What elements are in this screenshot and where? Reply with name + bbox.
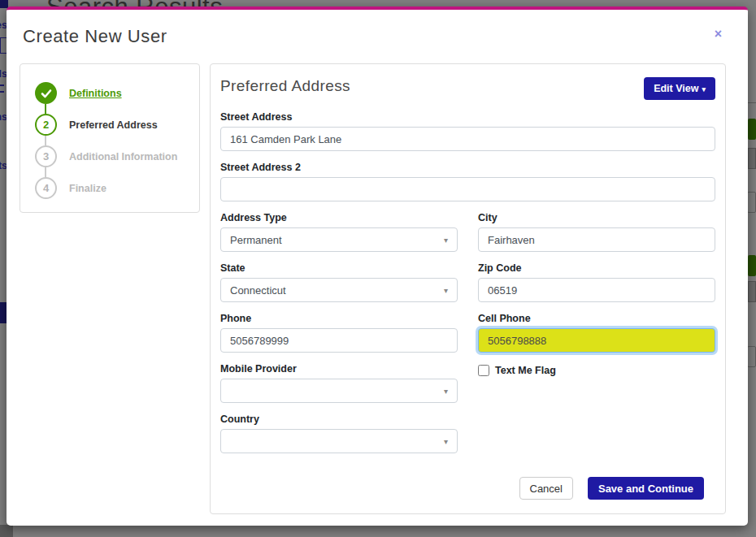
mobile-provider-select[interactable]: ▾ [220,379,458,403]
caret-down-icon: ▾ [444,236,448,245]
step-definitions-label[interactable]: Definitions [69,88,122,99]
text-me-flag-checkbox[interactable] [478,365,489,376]
form-title: Preferred Address [220,77,350,95]
modal-title: Create New User [23,26,748,47]
state-field: State Connecticut ▾ [220,262,458,302]
caret-down-icon: ▾ [444,437,448,446]
address-type-label: Address Type [220,212,458,223]
mobile-provider-textme-row: Mobile Provider ▾ Text Me Flag [220,363,715,403]
zip-code-input[interactable] [478,278,715,302]
phone-input[interactable] [220,328,458,353]
create-new-user-modal: Create New User × Definitions 2 Preferre… [7,6,748,526]
step-complete-check-icon [35,82,57,104]
form-actions: Cancel Save and Continue [220,477,715,500]
state-zip-row: State Connecticut ▾ Zip Code [220,262,715,302]
step-finalize: 4 Finalize [35,177,199,199]
address-type-select[interactable]: Permanent ▾ [220,227,458,252]
cell-phone-label: Cell Phone [478,313,715,324]
state-value: Connecticut [230,284,286,297]
phone-field: Phone [220,313,458,353]
form-header: Preferred Address Edit View▾ [220,77,715,100]
city-field: City [478,212,715,252]
wizard-stepper: Definitions 2 Preferred Address 3 Additi… [20,63,200,213]
caret-down-icon: ▾ [444,387,448,396]
country-label: Country [220,414,458,425]
preferred-address-form: Preferred Address Edit View▾ Street Addr… [210,63,726,514]
edit-view-button[interactable]: Edit View▾ [644,77,715,100]
step-number-badge: 2 [35,114,57,136]
street-address-input[interactable] [220,127,715,151]
edit-view-label: Edit View [654,83,698,94]
cell-phone-field: Cell Phone [478,313,715,353]
zip-code-label: Zip Code [478,262,715,274]
state-label: State [220,262,458,274]
cancel-button[interactable]: Cancel [519,477,573,500]
modal-body: Definitions 2 Preferred Address 3 Additi… [7,63,748,514]
state-select[interactable]: Connecticut ▾ [220,278,458,302]
text-me-flag-label: Text Me Flag [495,365,556,376]
street-address-2-row: Street Address 2 [220,162,715,201]
street-address-row: Street Address [220,111,715,151]
step-additional-information: 3 Additional Information [35,145,199,167]
step-connector [45,136,46,145]
mobile-provider-label: Mobile Provider [220,363,458,375]
save-and-continue-button[interactable]: Save and Continue [588,477,704,500]
city-input[interactable] [478,227,715,252]
step-definitions[interactable]: Definitions [35,82,199,104]
step-connector [45,104,46,114]
step-number-badge: 4 [35,177,57,199]
zip-code-field: Zip Code [478,262,715,302]
mobile-provider-field: Mobile Provider ▾ [220,363,458,403]
phone-cellphone-row: Phone Cell Phone [220,313,715,353]
step-number-badge: 3 [35,145,57,167]
country-select[interactable]: ▾ [220,429,458,453]
text-me-flag-field: Text Me Flag [478,363,715,403]
step-additional-information-label: Additional Information [69,151,177,162]
street-address-label: Street Address [220,111,715,123]
modal-header: Create New User × [7,10,748,63]
phone-label: Phone [220,313,458,324]
step-connector [45,167,46,177]
caret-down-icon: ▾ [702,85,706,93]
city-label: City [478,212,715,223]
step-finalize-label: Finalize [69,183,106,194]
close-icon[interactable]: × [715,28,722,41]
cell-phone-input[interactable] [478,328,715,353]
address-type-city-row: Address Type Permanent ▾ City [220,212,715,252]
caret-down-icon: ▾ [444,286,448,295]
step-preferred-address-label: Preferred Address [69,119,158,131]
street-address-2-label: Street Address 2 [220,162,715,173]
address-type-value: Permanent [230,234,282,246]
country-row: Country ▾ [220,414,458,453]
street-address-2-input[interactable] [220,177,715,201]
address-type-field: Address Type Permanent ▾ [220,212,458,252]
step-preferred-address: 2 Preferred Address [35,114,199,136]
